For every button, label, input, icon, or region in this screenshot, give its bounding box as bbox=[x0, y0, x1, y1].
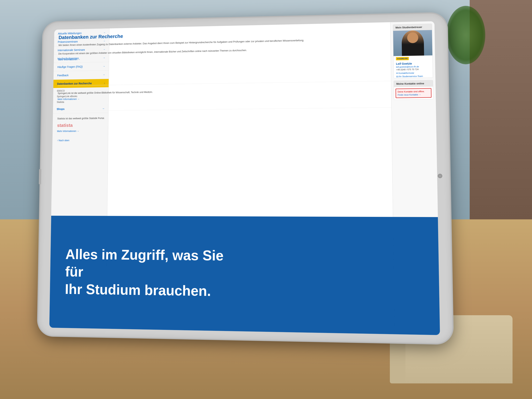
ebsco-section: Die Kooperation mit einem der größten An… bbox=[58, 45, 431, 86]
tablet-camera bbox=[438, 174, 443, 178]
contacts-panel: Meine Kontakte online Deine Kontakte sin… bbox=[393, 80, 433, 100]
ebsco-more-link[interactable]: Mehr Informationen → bbox=[58, 58, 80, 61]
blue-banner: Alles im Zugriff, was Sie für Ihr Studiu… bbox=[49, 216, 440, 335]
statista-description: Statista ist das weltweit größte Statist… bbox=[57, 113, 431, 121]
tablet-frame: Aktuelle Mitteilungen → Präsenzseminare … bbox=[38, 13, 453, 344]
contact-find-link[interactable]: Finde neue Kontakte → bbox=[398, 93, 429, 96]
advisor-panel: Mein Studienbetreuer ★ EURO-FH Leif Goet… bbox=[393, 24, 433, 78]
banner-line1: Alles im Zugriff, was Sie für bbox=[65, 245, 238, 282]
euro-fh-badge-text: EURO-FH bbox=[399, 58, 407, 60]
euro-fh-badge: ★ EURO-FH bbox=[396, 57, 409, 60]
contact-warning: Deine Kontakte sind offline. Finde neue … bbox=[395, 88, 431, 98]
euro-fh-badge-icon: ★ bbox=[397, 58, 399, 60]
springerlink-section: SpringerLink ist die weltweit größte Onl… bbox=[57, 86, 431, 111]
advisor-team[interactable]: 🖂 Ihr Studienservice-Team bbox=[394, 74, 433, 78]
banner-line2: Ihr Studium brauchen. bbox=[65, 280, 238, 300]
statista-logo: statista bbox=[57, 119, 431, 128]
bg-plant bbox=[446, 6, 485, 64]
ebsco-description: Die Kooperation mit einem der größten An… bbox=[58, 46, 384, 56]
advisor-name: Leif Goetzie bbox=[393, 61, 432, 66]
advisor-panel-header: Mein Studienbetreuer bbox=[393, 24, 432, 31]
springerlink-description: SpringerLink ist die weltweit größte Onl… bbox=[58, 87, 384, 95]
statista-more-link[interactable]: Mehr Informationen → bbox=[57, 130, 79, 133]
springerlink-more-link[interactable]: Mehr Informationen → bbox=[58, 98, 80, 101]
ebsco-text: Die Kooperation mit einem der größten An… bbox=[58, 46, 384, 81]
tablet-screen: Aktuelle Mitteilungen → Präsenzseminare … bbox=[49, 21, 440, 335]
springerlink-text: SpringerLink ist die weltweit größte Onl… bbox=[57, 87, 384, 106]
tablet-button bbox=[39, 169, 41, 184]
statista-section: Statista ist das weltweit größte Statist… bbox=[57, 113, 431, 133]
banner-text: Alles im Zugriff, was Sie für Ihr Studiu… bbox=[65, 245, 238, 300]
contact-warning-text: Deine Kontakte sind offline. bbox=[398, 90, 425, 93]
contacts-panel-header: Meine Kontakte online bbox=[394, 80, 433, 87]
advisor-photo bbox=[393, 30, 432, 56]
back-to-top[interactable]: ↑ Nach oben bbox=[57, 139, 69, 142]
